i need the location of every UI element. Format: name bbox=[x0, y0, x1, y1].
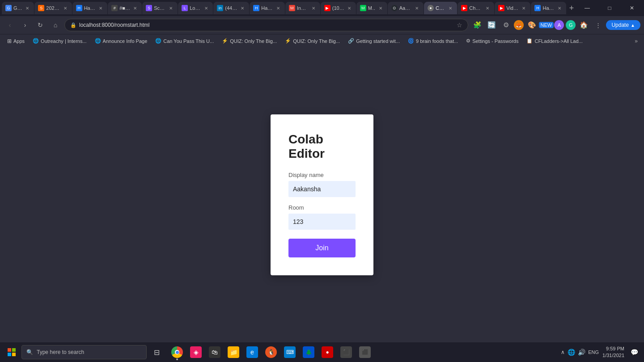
bookmark-cfladders-label: CFLadders->All Lad... bbox=[534, 38, 582, 44]
tab-hackm3[interactable]: H HackM... ✕ bbox=[531, 2, 566, 14]
bookmark-star-icon[interactable]: ☆ bbox=[457, 21, 462, 29]
notification-button[interactable]: 💬 bbox=[628, 344, 640, 360]
start-button[interactable] bbox=[4, 344, 20, 360]
more-icon[interactable]: ⋮ bbox=[592, 19, 604, 31]
tab-2021-close[interactable]: ✕ bbox=[62, 5, 68, 11]
chrome-ext1-icon[interactable]: 🎨 bbox=[525, 19, 538, 31]
bookmark-cfladders[interactable]: 📋 CFLadders->All Lad... bbox=[523, 37, 586, 45]
tab-loom-label: Loom f... bbox=[190, 5, 201, 11]
taskbar-app-red[interactable]: ● bbox=[318, 343, 336, 361]
ext2-icon[interactable]: 🏠 bbox=[577, 19, 590, 31]
tab-google[interactable]: G Google ✕ bbox=[2, 2, 34, 14]
profile-icon[interactable]: A bbox=[554, 20, 564, 30]
tab-linkedin-close[interactable]: ✕ bbox=[239, 5, 246, 11]
grammarly-icon[interactable]: G bbox=[566, 20, 576, 30]
bookmark-apps[interactable]: ⊞ Apps bbox=[4, 37, 28, 45]
bookmarks-more-button[interactable]: » bbox=[632, 37, 640, 45]
metamask-icon[interactable]: 🦊 bbox=[514, 20, 524, 30]
time-display: 9:59 PM bbox=[602, 345, 624, 352]
taskbar-app-ubuntu[interactable]: 🐧 bbox=[262, 343, 280, 361]
tab-video-close[interactable]: ✕ bbox=[521, 5, 527, 11]
address-input[interactable]: 🔒 localhost:8000/roomstart.html ☆ bbox=[64, 19, 468, 31]
settings-bm-icon: ⚙ bbox=[466, 38, 470, 44]
new-tab-button[interactable]: + bbox=[567, 2, 576, 14]
tab-screen-close[interactable]: ✕ bbox=[168, 5, 174, 11]
tab-inbox[interactable]: M Inbox (... ✕ bbox=[285, 2, 320, 14]
maximize-button[interactable]: □ bbox=[599, 0, 620, 16]
tab-loom-close[interactable]: ✕ bbox=[203, 5, 209, 11]
tab-loom[interactable]: L Loom f... ✕ bbox=[178, 2, 213, 14]
tab-merge[interactable]: M Merge ✕ bbox=[356, 2, 387, 14]
room-input[interactable] bbox=[288, 214, 356, 230]
sync-icon[interactable]: 🔄 bbox=[485, 19, 498, 31]
bookmark-quiz3-label: QUIZ: Only The Big... bbox=[293, 38, 340, 44]
language-indicator: ENG bbox=[588, 349, 599, 355]
taskbar-app-chrome[interactable] bbox=[168, 343, 186, 361]
tab-su[interactable]: # #■ -su... ✕ bbox=[108, 2, 142, 14]
taskbar-app-black1[interactable]: ⬛ bbox=[337, 343, 355, 361]
speaker-icon[interactable]: 🔊 bbox=[578, 349, 585, 356]
tab-merge-close[interactable]: ✕ bbox=[377, 5, 384, 11]
bookmark-quiz3[interactable]: ⚡ QUIZ: Only The Big... bbox=[281, 37, 343, 45]
home-button[interactable]: ⌂ bbox=[49, 19, 62, 31]
tab-github[interactable]: ⊙ Aakans... ✕ bbox=[388, 2, 424, 14]
settings-icon[interactable]: ⚙ bbox=[500, 19, 512, 31]
tab-youtube1-close[interactable]: ✕ bbox=[346, 5, 352, 11]
tab-hackm1-label: HackM... bbox=[84, 5, 96, 11]
taskbar-app-black2[interactable]: ⬛ bbox=[356, 343, 374, 361]
bookmark-quiz2[interactable]: ⚡ QUIZ: Only The Big... bbox=[218, 37, 280, 45]
windows-logo-icon bbox=[8, 348, 16, 356]
tab-su-close[interactable]: ✕ bbox=[132, 5, 138, 11]
tab-hackm3-close[interactable]: ✕ bbox=[556, 5, 563, 11]
taskbar-app-sourcetree[interactable]: 🌲 bbox=[300, 343, 318, 361]
tab-hackm1-close[interactable]: ✕ bbox=[97, 5, 104, 11]
quiz2-icon: ⚡ bbox=[222, 38, 228, 44]
tab-screen[interactable]: S Screen... ✕ bbox=[142, 2, 178, 14]
bookmark-linkedin[interactable]: 🔗 Getting started wit... bbox=[344, 37, 403, 45]
taskbar-app-edge[interactable]: e bbox=[243, 343, 261, 361]
systray: ∧ 🌐 🔊 ENG bbox=[561, 349, 599, 356]
reload-button[interactable]: ↻ bbox=[34, 19, 47, 31]
tab-hackm2-close[interactable]: ✕ bbox=[275, 5, 281, 11]
minimize-button[interactable]: — bbox=[577, 0, 597, 16]
join-button[interactable]: Join bbox=[288, 239, 356, 257]
taskbar-app-files[interactable]: 📁 bbox=[225, 343, 242, 361]
tab-youtube1[interactable]: ▶ (1010) ... ✕ bbox=[321, 2, 356, 14]
forward-button[interactable]: › bbox=[19, 19, 31, 31]
extensions-puzzle-icon[interactable]: 🧩 bbox=[471, 19, 483, 31]
bookmark-outreachy[interactable]: 🌐 Outreachy | Interns... bbox=[29, 37, 90, 45]
tab-google-label: Google bbox=[13, 5, 22, 11]
tab-google-close[interactable]: ✕ bbox=[24, 5, 30, 11]
tab-2021[interactable]: S 2021 Sc... ✕ bbox=[34, 2, 72, 14]
update-button[interactable]: Update ▲ bbox=[606, 20, 640, 30]
taskbar-app-colorpicker[interactable]: ◈ bbox=[187, 343, 205, 361]
new-badge-icon[interactable]: NEW bbox=[540, 19, 552, 31]
tab-channel-close[interactable]: ✕ bbox=[484, 5, 491, 11]
tab-channel[interactable]: ▶ Channe... ✕ bbox=[458, 2, 494, 14]
tab-bar: G Google ✕ S 2021 Sc... ✕ H HackM... ✕ #… bbox=[0, 0, 644, 16]
tab-video[interactable]: ▶ Video c... ✕ bbox=[495, 2, 530, 14]
network-icon[interactable]: 🌐 bbox=[568, 349, 575, 356]
tab-github-close[interactable]: ✕ bbox=[414, 5, 420, 11]
tab-linkedin[interactable]: in (44) Po... ✕ bbox=[213, 2, 249, 14]
taskbar-search-box[interactable]: 🔍 Type here to search bbox=[21, 345, 147, 359]
bookmark-quiz1[interactable]: 🌐 Can You Pass This U... bbox=[152, 37, 217, 45]
tab-inbox-close[interactable]: ✕ bbox=[310, 5, 317, 11]
close-button[interactable]: ✕ bbox=[622, 0, 642, 16]
tab-colab[interactable]: ● Colab... ✕ bbox=[424, 2, 457, 14]
taskbar-app-store[interactable]: 🛍 bbox=[206, 343, 224, 361]
linkedin-bm-icon: 🔗 bbox=[348, 38, 354, 44]
bookmark-brain[interactable]: 🌀 9 brain foods that... bbox=[404, 37, 462, 45]
display-name-input[interactable] bbox=[288, 181, 356, 197]
tab-hackm2[interactable]: H HackM... ✕ bbox=[250, 2, 285, 14]
chevron-up-icon[interactable]: ∧ bbox=[561, 349, 565, 355]
tab-colab-close[interactable]: ✕ bbox=[447, 5, 453, 11]
task-view-button[interactable]: ⊟ bbox=[148, 344, 165, 360]
bookmark-settings[interactable]: ⚙ Settings - Passwords bbox=[462, 37, 522, 45]
tab-colab-label: Colab... bbox=[436, 5, 445, 11]
taskbar-time[interactable]: 9:59 PM 1/31/2021 bbox=[602, 345, 624, 359]
back-button[interactable]: ‹ bbox=[4, 19, 16, 31]
bookmark-announce[interactable]: 🌐 Announce Info Page bbox=[91, 37, 151, 45]
taskbar-app-vscode[interactable]: ⌨ bbox=[281, 343, 299, 361]
tab-hackm1[interactable]: H HackM... ✕ bbox=[72, 2, 108, 14]
